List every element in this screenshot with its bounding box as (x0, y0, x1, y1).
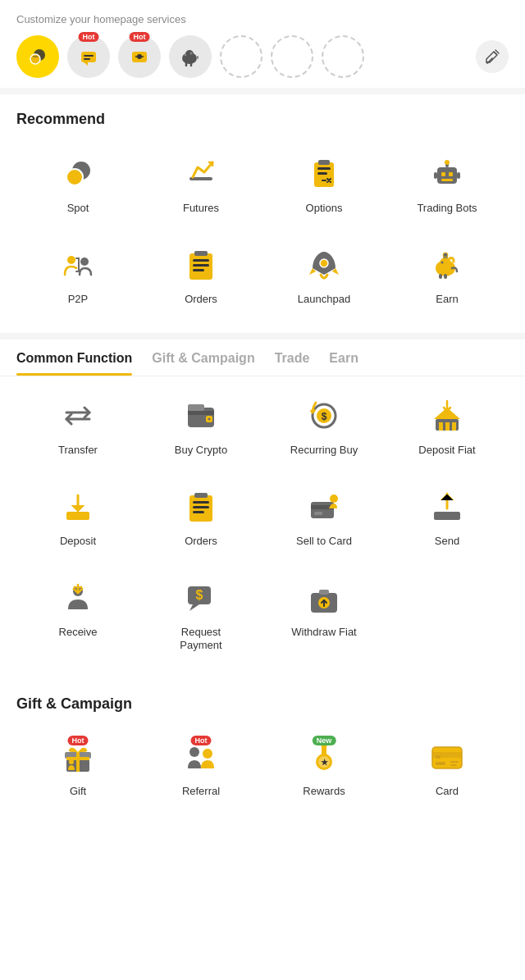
service-icon-hot2[interactable]: Hot (118, 35, 161, 78)
launchpad-icon (303, 244, 345, 286)
svg-rect-22 (441, 172, 445, 176)
svg-marker-70 (189, 604, 199, 611)
svg-rect-33 (193, 264, 209, 267)
svg-point-7 (137, 54, 142, 59)
grid-item-deposit[interactable]: Deposit (16, 476, 139, 558)
tab-earn[interactable]: Earn (329, 340, 358, 376)
sell-to-card-label: Sell to Card (296, 535, 352, 549)
grid-item-recurring-buy[interactable]: $ Recurring Buy (262, 385, 386, 467)
hot-badge-2: Hot (130, 32, 150, 42)
grid-item-sell-to-card[interactable]: Sell to Card (262, 476, 386, 558)
referral-hot-icon: Hot (180, 736, 222, 778)
trading-bots-icon (426, 153, 468, 195)
transfer-icon (57, 394, 99, 437)
gift-campaign-section: Gift & Campaign Hot (0, 679, 525, 817)
svg-rect-4 (84, 55, 94, 57)
grid-item-withdraw-fiat[interactable]: Withdraw Fiat (262, 567, 386, 663)
svg-point-10 (190, 52, 193, 55)
grid-item-spot[interactable]: Spot (16, 143, 139, 226)
orders-icon (180, 244, 222, 286)
receive-icon (57, 577, 99, 619)
svg-rect-89 (450, 761, 459, 763)
service-icon-piggy[interactable] (169, 35, 212, 78)
rewards-label: Rewards (303, 785, 345, 799)
customize-section: Customize your homepage services Hot (0, 0, 525, 88)
svg-rect-61 (193, 511, 204, 513)
sell-to-card-icon (303, 485, 345, 528)
p2p-icon (57, 244, 99, 286)
edit-button[interactable] (476, 40, 509, 73)
service-icon-empty-1[interactable] (220, 35, 262, 78)
svg-rect-13 (486, 62, 490, 63)
withdraw-fiat-label: Withdraw Fiat (291, 626, 356, 640)
svg-rect-41 (439, 274, 442, 279)
spot-label: Spot (67, 202, 89, 216)
grid-item-request-payment[interactable]: $ Request Payment (139, 567, 262, 663)
grid-item-receive[interactable]: Receive (16, 567, 139, 663)
grid-item-launchpad[interactable]: Launchpad (262, 234, 386, 317)
svg-point-1 (30, 54, 40, 64)
referral-label: Referral (182, 785, 220, 799)
send-label: Send (435, 535, 459, 549)
grid-item-deposit-fiat[interactable]: Deposit Fiat (386, 385, 509, 467)
orders-label: Orders (185, 293, 217, 307)
svg-rect-59 (193, 501, 209, 504)
grid-item-orders-common[interactable]: Orders (139, 476, 262, 558)
deposit-fiat-icon (426, 394, 468, 437)
tab-trade[interactable]: Trade (275, 340, 310, 376)
svg-rect-60 (193, 506, 209, 508)
svg-point-29 (67, 256, 75, 264)
hot-badge-1: Hot (79, 32, 99, 42)
earn-label: Earn (436, 293, 458, 307)
grid-item-earn[interactable]: Earn (386, 234, 509, 317)
grid-item-transfer[interactable]: Transfer (16, 385, 139, 467)
orders-common-icon (180, 485, 222, 528)
svg-rect-84 (322, 745, 326, 755)
svg-rect-65 (314, 512, 322, 515)
grid-item-gift-hot[interactable]: Hot Gift (16, 726, 139, 809)
grid-item-referral-hot[interactable]: Hot Referral (139, 726, 262, 809)
svg-rect-34 (193, 269, 204, 271)
referral-hot-badge: Hot (191, 736, 212, 745)
svg-rect-55 (452, 422, 456, 431)
svg-point-9 (185, 50, 194, 58)
svg-rect-5 (84, 58, 90, 60)
grid-item-rewards-new[interactable]: New ★ Rewards (262, 726, 386, 809)
launchpad-label: Launchpad (298, 293, 350, 307)
p2p-label: P2P (68, 293, 89, 307)
svg-rect-32 (193, 259, 209, 262)
rewards-new-badge: New (313, 736, 336, 745)
svg-rect-53 (439, 422, 443, 431)
grid-item-card[interactable]: Card (386, 726, 509, 809)
gift-campaign-title: Gift & Campaign (16, 695, 509, 713)
trading-bots-label: Trading Bots (417, 202, 477, 216)
svg-rect-88 (436, 762, 445, 765)
card-label: Card (436, 785, 459, 799)
tab-common[interactable]: Common Function (16, 340, 132, 376)
svg-rect-67 (434, 512, 460, 520)
svg-point-81 (203, 749, 212, 759)
svg-text:$: $ (196, 588, 203, 602)
grid-item-send[interactable]: Send (386, 476, 509, 558)
grid-item-p2p[interactable]: P2P (16, 234, 139, 317)
svg-rect-27 (434, 172, 437, 179)
tab-gift[interactable]: Gift & Campaign (152, 340, 254, 376)
grid-item-buy-crypto[interactable]: Buy Crypto (139, 385, 262, 467)
grid-item-orders[interactable]: Orders (139, 234, 262, 317)
deposit-fiat-label: Deposit Fiat (418, 444, 475, 458)
svg-rect-23 (449, 172, 453, 176)
service-icon-spot[interactable] (16, 35, 59, 78)
service-icon-empty-2[interactable] (271, 35, 313, 78)
grid-item-futures[interactable]: Futures (139, 143, 262, 226)
service-icon-empty-3[interactable] (322, 35, 364, 78)
grid-item-options[interactable]: Options (262, 143, 386, 226)
divider-2 (0, 333, 525, 340)
grid-item-trading-bots[interactable]: Trading Bots (386, 143, 509, 226)
svg-point-80 (189, 747, 199, 757)
service-icon-hot1[interactable]: Hot (67, 35, 110, 78)
svg-point-26 (445, 160, 450, 165)
svg-point-15 (66, 169, 83, 185)
recommend-title: Recommend (16, 111, 509, 128)
spot-icon (57, 153, 99, 195)
svg-rect-57 (66, 512, 89, 520)
